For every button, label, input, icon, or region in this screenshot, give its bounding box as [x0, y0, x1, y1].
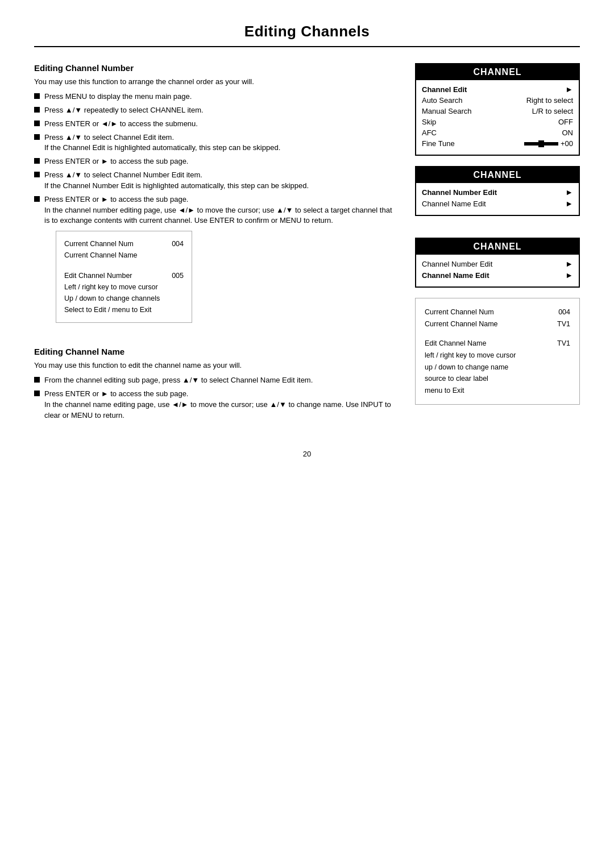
channel-menu-box-1: CHANNEL Channel Edit ► Auto Search Right… [415, 63, 580, 156]
fine-tune-value: +00 [561, 139, 573, 148]
section2-bullet-list: From the channel editing sub page, press… [34, 375, 398, 421]
instruction-1: Left / right key to move cursor [64, 281, 184, 293]
slider-track [524, 142, 558, 146]
channel-number-edit-arrow: ► [565, 188, 573, 197]
section-editing-channel-name: Editing Channel Name You may use this fu… [34, 347, 398, 421]
edit-channel-num-value: 005 [172, 270, 184, 281]
instruction-3: Select to Edit / menu to Exit [64, 304, 184, 315]
skip-value: OFF [558, 118, 573, 126]
channel-header-1: CHANNEL [416, 64, 579, 80]
list-item: Press ENTER or ◄/► to access the submenu… [34, 119, 398, 130]
right-column: CHANNEL Channel Edit ► Auto Search Right… [415, 63, 580, 405]
channel-box-1-body: Channel Edit ► Auto Search Right to sele… [416, 80, 579, 155]
name-instruction-3: source to clear label [425, 373, 570, 385]
channel-name-edit-arrow-2: ► [565, 199, 573, 208]
manual-search-label: Manual Search [422, 107, 471, 115]
current-channel-num-value: 004 [172, 238, 184, 250]
list-item: Press ENTER or ► to access the sub page. [34, 156, 398, 167]
list-item: Press ENTER or ► to access the sub page.… [34, 389, 398, 421]
channel-number-edit-label-3: Channel Number Edit [422, 260, 492, 268]
channel-number-edit-label: Channel Number Edit [422, 188, 497, 197]
channel-row-number-edit-3: Channel Number Edit ► [422, 258, 573, 269]
auto-search-value: Right to select [526, 96, 573, 105]
section1-heading: Editing Channel Number [34, 63, 398, 73]
bullet-icon [34, 172, 40, 177]
section2-intro: You may use this function to edit the ch… [34, 361, 398, 369]
bullet-icon [34, 196, 40, 202]
skip-label: Skip [422, 118, 436, 126]
current-channel-num-value-2: 004 [558, 306, 570, 318]
bullet-icon [34, 121, 40, 126]
list-item: From the channel editing sub page, press… [34, 375, 398, 386]
channel-row-auto-search: Auto Search Right to select [422, 95, 573, 106]
current-channel-num-label-2: Current Channel Num [425, 306, 494, 318]
channel-header-2: CHANNEL [416, 167, 579, 183]
manual-search-value: L/R to select [532, 107, 573, 115]
channel-box-3-body: Channel Number Edit ► Channel Name Edit … [416, 255, 579, 286]
afc-value: ON [562, 128, 574, 137]
list-item: Press MENU to display the menu main page… [34, 92, 398, 102]
list-item: Press ▲/▼ to select Channel Number Edit … [34, 170, 398, 192]
fine-tune-label: Fine Tune [422, 139, 455, 148]
current-channel-num-label: Current Channel Num [64, 238, 134, 250]
channel-box-2-body: Channel Number Edit ► Channel Name Edit … [416, 183, 579, 215]
channel-row-number-edit: Channel Number Edit ► [422, 186, 573, 198]
edit-channel-num-label: Edit Channel Number [64, 270, 132, 281]
fine-tune-slider: +00 [524, 139, 573, 148]
bullet-icon [34, 93, 40, 99]
bullet-icon [34, 107, 40, 113]
channel-name-edit-label-3: Channel Name Edit [422, 271, 489, 280]
name-instruction-1: left / right key to move cursor [425, 350, 570, 362]
channel-row-name-edit-2: Channel Name Edit ► [422, 198, 573, 209]
name-instruction-2: up / down to change name [425, 362, 570, 373]
list-item: Press ENTER or ► to access the sub page.… [34, 194, 398, 329]
edit-channel-name-label: Edit Channel Name [425, 338, 486, 350]
section1-bullet-list: Press MENU to display the menu main page… [34, 92, 398, 329]
section2-heading: Editing Channel Name [34, 347, 398, 356]
channel-name-edit-arrow-3: ► [565, 271, 573, 280]
channel-name-edit-label-2: Channel Name Edit [422, 200, 486, 208]
subpage-info-box-2: Current Channel Num 004 Current Channel … [415, 298, 580, 405]
subpage-info-box-1: Current Channel Num 004 Current Channel … [56, 231, 192, 323]
bullet-icon [34, 391, 40, 396]
channel-menu-box-2: CHANNEL Channel Number Edit ► Channel Na… [415, 166, 580, 216]
current-channel-name-label-2: Current Channel Name [425, 318, 498, 330]
channel-row-skip: Skip OFF [422, 117, 573, 127]
list-item: Press ▲/▼ to select Channel Edit item.If… [34, 132, 398, 154]
afc-label: AFC [422, 128, 437, 137]
slider-thumb [538, 140, 544, 147]
list-item: Press ▲/▼ repeatedly to select CHANNEL i… [34, 105, 398, 116]
channel-edit-arrow: ► [565, 85, 573, 94]
page-number: 20 [34, 450, 580, 458]
current-channel-name-label: Current Channel Name [64, 250, 184, 261]
channel-row-afc: AFC ON [422, 127, 573, 138]
section-editing-channel-number: Editing Channel Number You may use this … [34, 63, 398, 329]
bullet-icon [34, 377, 40, 383]
left-column: Editing Channel Number You may use this … [34, 63, 398, 427]
channel-row-channel-edit: Channel Edit ► [422, 84, 573, 95]
name-instruction-4: menu to Exit [425, 385, 570, 397]
channel-menu-box-3: CHANNEL Channel Number Edit ► Channel Na… [415, 238, 580, 288]
channel-header-3: CHANNEL [416, 239, 579, 255]
page-title: Editing Channels [34, 23, 580, 40]
bullet-icon [34, 134, 40, 140]
current-channel-name-value-2: TV1 [557, 318, 570, 330]
auto-search-label: Auto Search [422, 96, 463, 105]
channel-row-fine-tune: Fine Tune +00 [422, 138, 573, 149]
channel-row-manual-search: Manual Search L/R to select [422, 106, 573, 117]
bullet-icon [34, 158, 40, 164]
channel-row-name-edit-3: Channel Name Edit ► [422, 269, 573, 281]
channel-number-edit-arrow-3: ► [565, 259, 573, 268]
edit-channel-name-value: TV1 [557, 338, 570, 350]
channel-edit-label: Channel Edit [422, 85, 467, 94]
section1-intro: You may use this function to arrange the… [34, 77, 398, 86]
instruction-2: Up / down to change channels [64, 293, 184, 304]
